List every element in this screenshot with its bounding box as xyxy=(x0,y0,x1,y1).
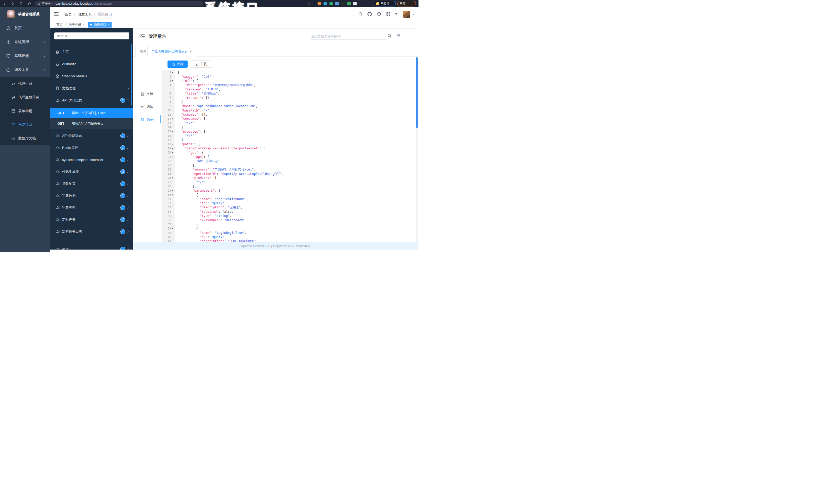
operation-0[interactable]: GET导出API 访问日志 Excel xyxy=(50,108,133,118)
gutter-cell: 35 xyxy=(162,214,175,218)
download-button[interactable]: 下载 xyxy=(191,60,211,68)
badge-count: 2 xyxy=(121,98,125,102)
question-icon[interactable]: ? xyxy=(377,12,381,17)
extension-dark-green[interactable] xyxy=(341,2,345,5)
fold-caret-icon[interactable]: ▾ xyxy=(171,79,174,82)
paused-extension-button[interactable]: 已暂停 xyxy=(374,1,396,6)
fold-caret-icon[interactable]: ▾ xyxy=(171,143,174,145)
doc-search-icon[interactable] xyxy=(387,34,392,38)
copy-button[interactable]: 复制 xyxy=(167,60,188,68)
fold-caret-icon[interactable]: ▾ xyxy=(171,194,174,196)
token xyxy=(178,214,200,218)
token: "basePath" xyxy=(181,109,200,112)
fontsize-icon[interactable]: тT xyxy=(395,12,399,16)
fold-caret-icon[interactable]: ▾ xyxy=(171,227,174,230)
copy-label: 复制 xyxy=(177,62,183,67)
api-group-3[interactable]: 代码生成器11 xyxy=(50,166,133,178)
browser-reload-icon[interactable] xyxy=(19,1,23,6)
github-icon[interactable] xyxy=(368,12,372,17)
collapse-menu-icon[interactable] xyxy=(140,34,145,39)
fold-caret-icon[interactable]: ▾ xyxy=(171,147,174,150)
api-group-6[interactable]: 字典类型7 xyxy=(50,202,133,214)
api-group-0[interactable]: API 错误日志3 xyxy=(50,130,133,142)
fold-caret-icon[interactable]: ▾ xyxy=(171,118,174,120)
browser-back-icon[interactable] xyxy=(2,1,7,6)
fold-caret-icon[interactable]: ▾ xyxy=(171,177,174,179)
fold-caret-icon[interactable]: ▾ xyxy=(171,71,174,74)
fold-caret-icon[interactable]: ▾ xyxy=(171,130,174,133)
browser-home-icon[interactable] xyxy=(27,1,32,6)
security-label[interactable]: 不安全 xyxy=(42,2,51,6)
api-group-label: 字典类型 xyxy=(62,205,121,210)
api-group-4[interactable]: 参数配置7 xyxy=(50,178,133,190)
close-icon[interactable]: ✕ xyxy=(190,50,192,53)
fold-caret-icon[interactable]: ▾ xyxy=(171,156,174,158)
breadcrumb-item[interactable]: 首页 xyxy=(65,12,72,17)
fullscreen-icon[interactable] xyxy=(386,12,391,17)
api-group-9[interactable]: 岗位 xyxy=(50,243,133,250)
sidebar-item-1[interactable]: 系统管理 xyxy=(0,35,50,49)
fold-caret-icon[interactable]: ▾ xyxy=(171,189,174,192)
sidebar-subitem-0[interactable]: 代码生成 xyxy=(0,77,50,90)
panel-nav-1[interactable]: Authorize xyxy=(50,58,133,70)
api-group-1[interactable]: Redis 监控2 xyxy=(50,142,133,154)
doc-search-input[interactable] xyxy=(310,33,386,40)
code-editor[interactable]: 1▾{2 "swagger": "2.0",3▾ "info": {4 "des… xyxy=(162,70,415,245)
sidebar-subitem-1[interactable]: 代码生成示例 xyxy=(0,90,50,104)
code-text: "paths": { xyxy=(175,143,200,146)
token: : xyxy=(208,201,211,205)
tag-0[interactable]: 首页 xyxy=(54,22,65,27)
code-line: 16 "*/*" xyxy=(162,134,415,138)
api-group-5[interactable]: 字典数据7 xyxy=(50,190,133,202)
panel-scrollbar[interactable] xyxy=(131,44,132,106)
gutter-cell: 29▾ xyxy=(162,189,175,192)
code-line: 10 "basePath": "/", xyxy=(162,108,415,113)
panel-nav-3[interactable]: 文档管理 xyxy=(50,82,133,94)
api-group-2[interactable]: sys-sms-template-controller7 xyxy=(50,154,133,166)
mini-nav-文档[interactable]: 文档 xyxy=(133,90,160,98)
extension-green[interactable] xyxy=(347,2,351,5)
address-bar[interactable]: ⚠ 不安全 dashboard.yudao.iocoder.cn/tool/sw… xyxy=(35,1,203,6)
api-group-8[interactable]: 定时任务日志4 xyxy=(50,226,133,238)
extension-light-puzzle[interactable] xyxy=(353,2,357,5)
panel-nav-0[interactable]: 主页 xyxy=(50,46,133,58)
app-logo[interactable]: 芋道管理系统 xyxy=(0,7,50,21)
panel-nav-4[interactable]: API 访问日志2 xyxy=(50,94,133,106)
breadcrumb-item[interactable]: 研发工具 xyxy=(77,12,92,17)
tag-1[interactable]: 表单构建× xyxy=(67,22,86,27)
browser-update-button[interactable]: 更新 ⋮ xyxy=(397,1,416,6)
operation-1[interactable]: GET获得API 访问日志分页 xyxy=(50,118,133,129)
panel-nav-2[interactable]: Swagger Models xyxy=(50,70,133,82)
close-icon[interactable]: × xyxy=(107,23,109,26)
language-icon[interactable]: 中 xyxy=(397,34,400,38)
extension-blue-drop[interactable] xyxy=(323,2,327,5)
extension-blue-grid[interactable] xyxy=(335,2,339,5)
http-method-label: GET xyxy=(57,111,72,115)
mini-nav-open[interactable]: Open xyxy=(133,115,160,124)
api-group-7[interactable]: 定时任务10 xyxy=(50,214,133,226)
doc-scrollbar-thumb[interactable] xyxy=(416,57,418,128)
cloud-icon xyxy=(55,182,59,186)
group-select[interactable]: default xyxy=(54,33,129,39)
tag-2[interactable]: 系统接口× xyxy=(88,22,111,27)
caret-down-icon[interactable]: ▾ xyxy=(413,13,414,16)
hamburger-icon[interactable] xyxy=(54,12,59,17)
sidebar-item-0[interactable]: 首页 xyxy=(0,21,50,35)
browser-forward-icon[interactable] xyxy=(10,1,15,6)
browser-menu-icon[interactable]: ⋮ xyxy=(410,2,414,5)
close-icon[interactable]: × xyxy=(83,23,84,26)
doc-tab-1[interactable]: 导出API 访问日志 Excel✕ xyxy=(147,46,196,57)
sidebar-item-3[interactable]: 研发工具 xyxy=(0,63,50,77)
mini-nav-调试[interactable]: 调试 xyxy=(133,102,160,111)
sidebar-subitem-4[interactable]: 数据库文档 xyxy=(0,131,50,145)
search-icon[interactable] xyxy=(358,12,363,17)
user-avatar[interactable] xyxy=(403,11,410,18)
fold-caret-icon[interactable]: ▾ xyxy=(171,151,174,154)
extension-green-circle[interactable] xyxy=(330,2,333,5)
bookmark-star-icon[interactable]: ☆ xyxy=(307,1,310,5)
token: "consumes" xyxy=(181,117,200,120)
sidebar-subitem-2[interactable]: 表单构建 xyxy=(0,104,50,118)
sidebar-subitem-3[interactable]: 系统接口 xyxy=(0,118,50,131)
sidebar-item-2[interactable]: 基础设施 xyxy=(0,49,50,63)
extension-orange[interactable] xyxy=(318,2,321,5)
